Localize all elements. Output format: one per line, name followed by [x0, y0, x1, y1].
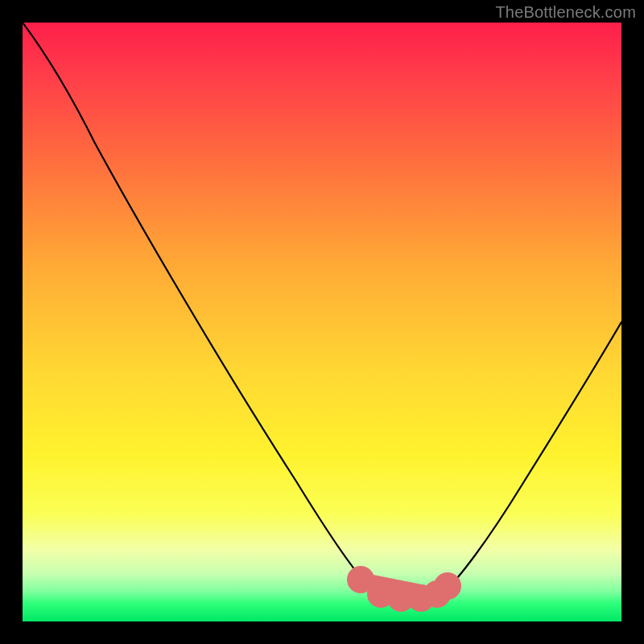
chart-stage: TheBottleneck.com — [0, 0, 644, 644]
bottleneck-curve — [23, 23, 621, 599]
svg-point-2 — [373, 586, 389, 602]
svg-point-3 — [393, 590, 409, 606]
svg-point-1 — [353, 572, 369, 588]
valley-markers — [353, 572, 456, 606]
watermark-text: TheBottleneck.com — [495, 3, 636, 22]
curve-layer — [23, 23, 621, 621]
plot-area — [23, 23, 621, 621]
svg-point-6 — [440, 578, 456, 594]
